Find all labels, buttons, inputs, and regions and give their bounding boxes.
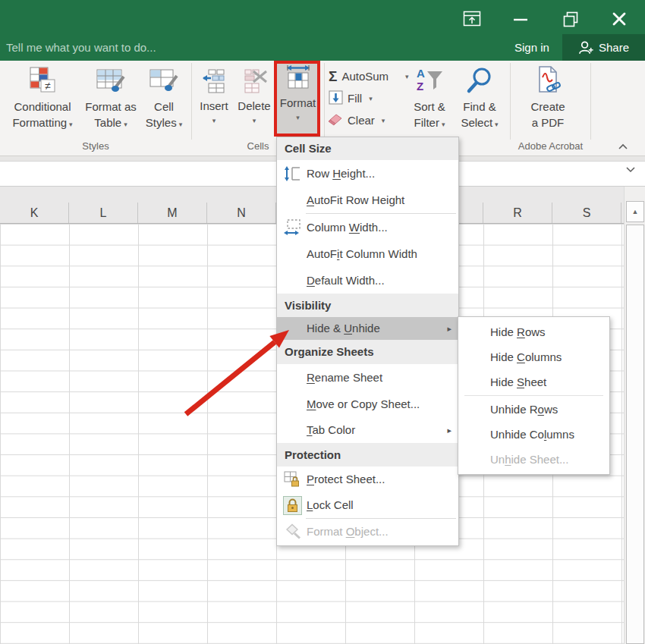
sign-in-button[interactable]: Sign in	[514, 34, 549, 61]
submenu-item-hide-columns[interactable]: Hide Columns	[458, 344, 609, 369]
svg-text:Z: Z	[417, 80, 423, 93]
menu-header-cell-size: Cell Size	[277, 137, 458, 160]
svg-text:≠: ≠	[45, 80, 51, 92]
menu-item-autofit-column-width[interactable]: AutoFit Column Width	[277, 240, 458, 267]
ribbon-display-options-button[interactable]	[461, 8, 483, 30]
column-header-r[interactable]: R	[483, 203, 552, 223]
cell-styles-label: Cell	[154, 99, 174, 115]
sort-filter-button[interactable]: A Z Sort & Filter▾	[407, 64, 452, 133]
dropdown-caret-icon: ▾	[253, 115, 256, 126]
delete-label: Delete	[238, 97, 270, 115]
group-separator	[510, 63, 511, 140]
dropdown-caret-icon: ▾	[124, 121, 127, 128]
submenu-separator	[464, 395, 603, 396]
delete-cells-icon	[241, 65, 267, 97]
close-button[interactable]	[609, 8, 630, 30]
insert-cells-icon	[202, 65, 226, 97]
menu-item-format-object: Format Object...	[277, 519, 458, 544]
adobe-pdf-icon	[532, 64, 564, 99]
scroll-up-triangle-icon: ▲	[632, 208, 639, 215]
format-object-icon	[282, 522, 303, 542]
adobe-acrobat-group-label: Adobe Acrobat	[511, 140, 590, 153]
menu-header-protection: Protection	[277, 443, 458, 467]
eraser-icon	[327, 112, 343, 129]
menu-item-default-width[interactable]: Default Width...	[277, 267, 458, 294]
column-header-s[interactable]: S	[552, 203, 621, 223]
submenu-item-unhide-sheet: Unhide Sheet...	[458, 447, 609, 472]
hide-unhide-submenu: Hide Rows Hide Columns Hide Sheet Unhide…	[458, 316, 610, 475]
group-separator	[324, 63, 325, 140]
fill-label: Fill	[348, 92, 362, 105]
conditional-formatting-label: Conditional	[14, 99, 71, 115]
menu-item-tab-color[interactable]: Tab Color ▸	[277, 417, 458, 443]
delete-button[interactable]: Delete ▾	[234, 65, 275, 126]
dropdown-caret-icon: ▾	[442, 121, 445, 128]
title-bar	[0, 0, 645, 34]
find-select-label: Find &	[463, 99, 496, 115]
minimize-button[interactable]	[510, 8, 531, 30]
menu-item-protect-sheet[interactable]: Protect Sheet...	[277, 467, 458, 492]
group-separator	[590, 63, 591, 140]
submenu-arrow-icon: ▸	[447, 317, 452, 340]
sort-filter-icon: A Z	[414, 64, 445, 99]
column-width-icon	[282, 218, 303, 237]
expand-formula-bar-chevron-icon[interactable]	[625, 166, 636, 173]
column-header-k[interactable]: K	[0, 203, 69, 223]
share-button[interactable]: Share	[562, 34, 645, 61]
scrollbar-thumb[interactable]	[626, 225, 644, 644]
menu-item-autofit-row-height[interactable]: AutoFit Row Height	[277, 187, 458, 213]
protect-sheet-icon	[282, 470, 303, 489]
column-header-l[interactable]: L	[69, 203, 138, 223]
sort-filter-label: Sort &	[414, 99, 445, 115]
magnifier-icon	[464, 64, 495, 99]
excel-window: Tell me what you want to do... Sign in S…	[0, 0, 645, 644]
collapse-ribbon-chevron-icon[interactable]	[616, 142, 630, 151]
clear-button[interactable]: Clear ▾	[327, 110, 385, 130]
submenu-item-hide-rows[interactable]: Hide Rows	[458, 319, 609, 344]
submenu-item-unhide-columns[interactable]: Unhide Columns	[458, 422, 609, 447]
scroll-up-button[interactable]: ▲	[626, 201, 644, 222]
dropdown-caret-icon: ▾	[179, 121, 183, 128]
dropdown-caret-icon: ▾	[382, 117, 385, 124]
column-header-n[interactable]: N	[207, 203, 276, 223]
cell-styles-button[interactable]: Cell Styles▾	[141, 64, 187, 133]
cell-styles-icon	[149, 64, 179, 99]
menu-item-rename-sheet[interactable]: Rename Sheet	[277, 364, 458, 391]
insert-button[interactable]: Insert ▾	[195, 65, 233, 126]
find-select-button[interactable]: Find & Select▾	[455, 64, 504, 133]
format-button-highlight-annotation	[274, 61, 320, 137]
vertical-scrollbar[interactable]: ▲	[624, 187, 645, 644]
clear-label: Clear	[348, 114, 375, 127]
dropdown-caret-icon: ▾	[495, 121, 499, 128]
column-header-m[interactable]: M	[138, 203, 207, 223]
tell-me-bar: Tell me what you want to do... Sign in S…	[0, 34, 645, 61]
group-separator	[191, 63, 192, 140]
submenu-item-unhide-rows[interactable]: Unhide Rows	[458, 397, 609, 422]
menu-header-organize-sheets: Organize Sheets	[277, 340, 458, 364]
conditional-formatting-icon: ≠	[28, 64, 57, 99]
autosum-label: AutoSum	[341, 70, 389, 83]
tell-me-box[interactable]: Tell me what you want to do...	[6, 34, 156, 61]
format-as-table-icon	[96, 64, 126, 99]
styles-group-label: Styles	[0, 140, 191, 153]
share-label: Share	[599, 41, 629, 54]
restore-button[interactable]	[560, 8, 581, 30]
create-pdf-button[interactable]: Create a PDF	[519, 64, 577, 130]
conditional-formatting-button[interactable]: ≠ Conditional Formatting▾	[3, 64, 82, 133]
menu-item-row-height[interactable]: Row Height...	[277, 160, 458, 187]
dropdown-caret-icon: ▾	[69, 121, 73, 128]
menu-item-hide-unhide[interactable]: Hide & Unhide ▸	[277, 317, 458, 340]
fill-button[interactable]: Fill ▾	[329, 88, 373, 108]
format-dropdown-menu: Cell Size Row Height... AutoFit Row Heig…	[276, 137, 459, 546]
dropdown-caret-icon: ▾	[369, 95, 373, 102]
menu-item-column-width[interactable]: Column Width...	[277, 214, 458, 240]
menu-item-move-copy-sheet[interactable]: Move or Copy Sheet...	[277, 391, 458, 417]
sigma-icon: Σ	[329, 68, 337, 85]
format-as-table-button[interactable]: Format as Table▾	[79, 64, 143, 133]
share-person-icon	[578, 39, 594, 56]
submenu-item-hide-sheet[interactable]: Hide Sheet	[458, 369, 609, 394]
menu-item-lock-cell[interactable]: Lock Cell	[277, 492, 458, 518]
submenu-arrow-icon: ▸	[447, 417, 452, 443]
row-height-icon	[282, 164, 303, 184]
autosum-button[interactable]: Σ AutoSum ▾	[329, 66, 409, 86]
